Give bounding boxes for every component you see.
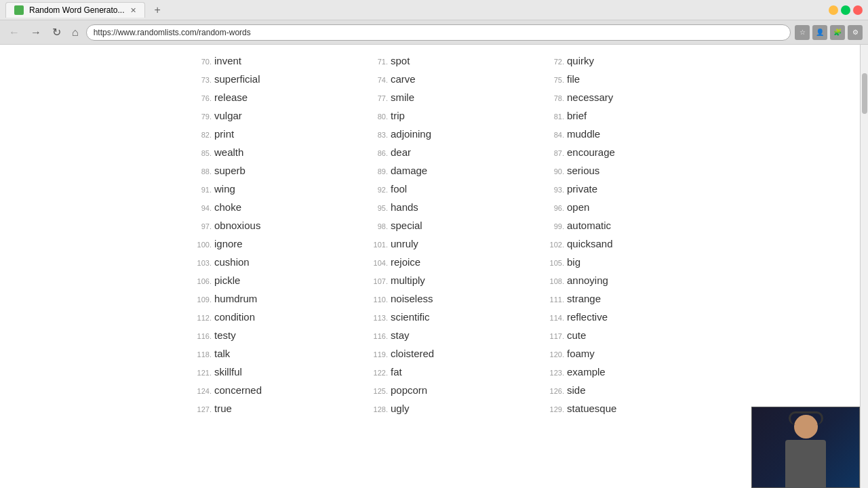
list-item: 75.file (542, 70, 719, 88)
word-text: wealth (214, 146, 243, 158)
word-number: 119. (369, 350, 388, 359)
word-text: quicksand (567, 238, 613, 249)
word-text: testy (214, 329, 236, 341)
word-number: 72. (545, 58, 564, 66)
word-number: 77. (369, 94, 388, 102)
word-text: choke (214, 201, 241, 213)
word-number: 112. (193, 314, 212, 322)
word-text: reflective (567, 311, 608, 323)
word-number: 103. (193, 259, 212, 267)
maximize-button[interactable] (841, 5, 850, 15)
word-number: 85. (193, 149, 212, 157)
word-text: encourage (567, 146, 615, 158)
reload-button[interactable]: ↻ (49, 24, 64, 40)
address-bar[interactable] (86, 24, 791, 41)
word-number: 126. (545, 387, 564, 395)
word-number: 98. (369, 222, 388, 230)
list-item: 82.print (190, 125, 366, 143)
back-button[interactable]: ← (5, 25, 23, 40)
word-text: cute (567, 329, 586, 341)
word-text: special (391, 220, 422, 231)
word-number: 81. (545, 113, 564, 121)
word-text: example (567, 366, 606, 378)
extension-icon[interactable]: 🧩 (830, 25, 845, 40)
list-item: 84.muddle (542, 125, 719, 143)
list-item: 88.superb (190, 161, 366, 180)
tab-close-button[interactable]: ✕ (130, 6, 136, 15)
list-item: 96.open (542, 198, 719, 216)
list-item: 71.spot (366, 52, 542, 70)
list-item: 106.pickle (190, 271, 366, 289)
list-item: 119.cloistered (366, 344, 542, 363)
webcam-overlay (751, 407, 860, 488)
list-item: 124.concerned (190, 381, 366, 399)
word-text: ugly (391, 403, 410, 414)
list-item: 87.encourage (542, 143, 719, 161)
word-number: 82. (193, 131, 212, 139)
word-text: cloistered (391, 348, 434, 359)
list-item: 86.dear (366, 143, 542, 161)
word-text: automatic (567, 220, 611, 231)
word-text: foamy (567, 348, 595, 359)
settings-icon[interactable]: ⚙ (848, 25, 863, 40)
word-text: talk (214, 348, 230, 359)
word-number: 95. (369, 204, 388, 212)
list-item: 128.ugly (366, 399, 542, 418)
list-item: 73.superficial (190, 70, 366, 88)
close-button[interactable] (853, 5, 863, 15)
word-number: 114. (545, 314, 564, 322)
list-item: 77.smile (366, 88, 542, 106)
word-number: 70. (193, 58, 212, 66)
word-number: 73. (193, 76, 212, 84)
word-number: 106. (193, 277, 212, 285)
list-item: 123.example (542, 363, 719, 381)
word-number: 100. (193, 241, 212, 249)
word-number: 76. (193, 94, 212, 102)
word-text: stay (391, 329, 410, 341)
list-item: 100.ignore (190, 235, 366, 253)
browser-tab[interactable]: Random Word Generato... ✕ (5, 2, 145, 18)
list-item: 121.skillful (190, 363, 366, 381)
list-item: 93.private (542, 180, 719, 198)
list-item: 127.true (190, 399, 366, 418)
word-number: 84. (545, 131, 564, 139)
list-item: 85.wealth (190, 143, 366, 161)
bookmark-icon[interactable]: ☆ (795, 25, 810, 40)
word-text: scientific (391, 311, 430, 323)
new-tab-button[interactable]: + (149, 1, 166, 19)
word-number: 91. (193, 186, 212, 194)
word-text: cushion (214, 256, 250, 268)
scrollbar-thumb[interactable] (862, 73, 867, 114)
word-text: necessary (567, 92, 613, 103)
word-number: 96. (545, 204, 564, 212)
home-button[interactable]: ⌂ (68, 25, 82, 40)
word-text: noiseless (391, 293, 433, 304)
list-item: 120.foamy (542, 344, 719, 363)
tab-favicon (14, 5, 24, 15)
word-text: multiply (391, 274, 425, 286)
list-item: 98.special (366, 216, 542, 235)
word-text: condition (214, 311, 255, 323)
word-number: 109. (193, 296, 212, 304)
word-number: 116. (369, 332, 388, 340)
minimize-button[interactable] (829, 5, 838, 15)
list-item: 103.cushion (190, 253, 366, 271)
word-number: 121. (193, 369, 212, 377)
user-icon[interactable]: 👤 (812, 25, 827, 40)
word-text: unruly (391, 238, 418, 249)
word-text: rejoice (391, 256, 420, 268)
list-item: 80.trip (366, 106, 542, 125)
person-silhouette (785, 415, 826, 487)
word-number: 92. (369, 186, 388, 194)
word-number: 94. (193, 204, 212, 212)
forward-button[interactable]: → (27, 25, 45, 40)
word-text: vulgar (214, 110, 242, 121)
person-head (794, 415, 818, 439)
scrollbar[interactable] (860, 45, 868, 488)
word-number: 83. (369, 131, 388, 139)
window-controls (829, 5, 863, 15)
word-number: 120. (545, 350, 564, 359)
titlebar: Random Word Generato... ✕ + (0, 0, 868, 20)
word-number: 127. (193, 405, 212, 413)
word-text: superb (214, 165, 245, 176)
